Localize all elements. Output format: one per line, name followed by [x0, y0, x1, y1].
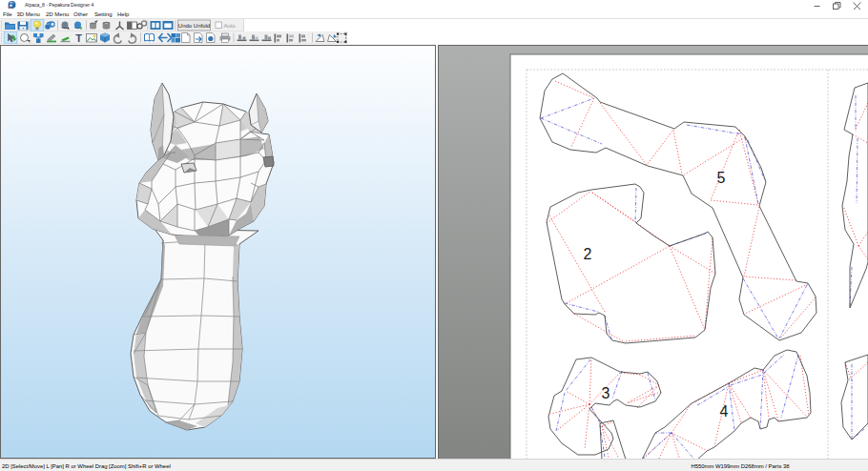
svg-text:2: 2 — [584, 246, 592, 262]
svg-text:5: 5 — [717, 170, 726, 186]
svg-text:Undo Unfold: Undo Unfold — [178, 23, 210, 29]
svg-text:T: T — [75, 32, 82, 44]
svg-text:4: 4 — [720, 403, 729, 420]
svg-text:Auto: Auto — [224, 23, 237, 29]
svg-text:3: 3 — [602, 385, 610, 401]
